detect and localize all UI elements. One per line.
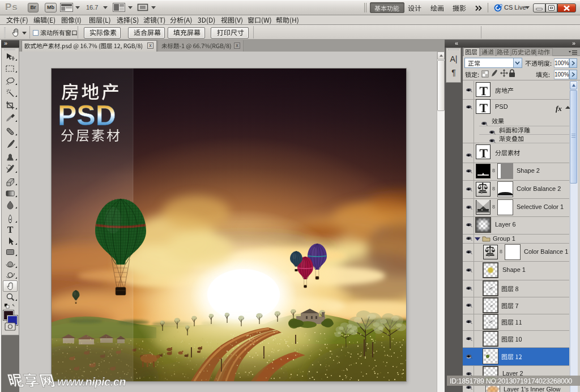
svg-text:PSD: PSD	[58, 100, 116, 131]
